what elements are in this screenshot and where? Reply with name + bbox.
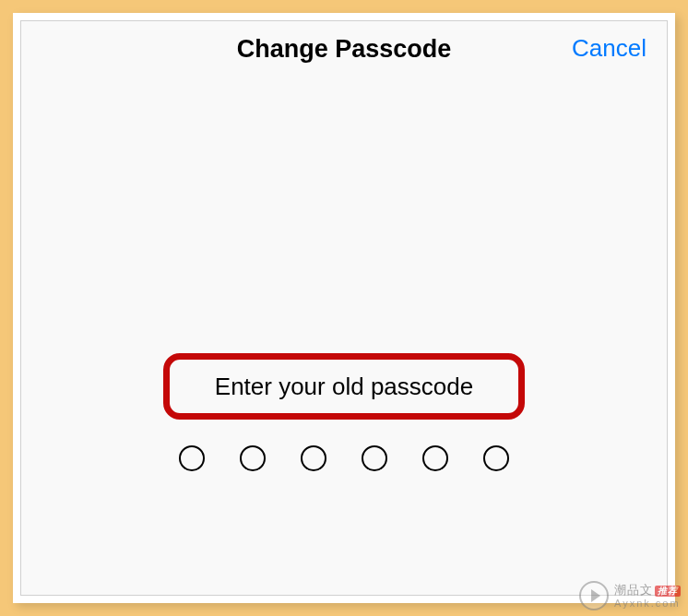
passcode-dot <box>362 445 387 471</box>
passcode-dot <box>301 445 326 471</box>
passcode-dot <box>240 445 266 471</box>
passcode-panel: Change Passcode Cancel Enter your old pa… <box>20 20 668 596</box>
watermark-domain: Ayxnk.com <box>614 598 681 609</box>
prompt-highlight-box: Enter your old passcode <box>163 353 525 420</box>
passcode-dot <box>179 445 205 471</box>
watermark: 潮品文推荐 Ayxnk.com <box>579 581 681 610</box>
play-icon <box>579 581 609 610</box>
watermark-tag: 推荐 <box>655 586 681 597</box>
header: Change Passcode Cancel <box>21 21 667 77</box>
cancel-button[interactable]: Cancel <box>572 34 646 63</box>
passcode-dot <box>422 445 448 471</box>
page-title: Change Passcode <box>237 35 452 64</box>
content-area: Enter your old passcode <box>21 77 667 595</box>
passcode-dot <box>483 445 509 471</box>
prompt-text: Enter your old passcode <box>215 373 473 401</box>
passcode-dots[interactable] <box>179 445 509 471</box>
watermark-text: 潮品文推荐 Ayxnk.com <box>614 584 681 609</box>
watermark-brand: 潮品文 <box>614 583 653 597</box>
